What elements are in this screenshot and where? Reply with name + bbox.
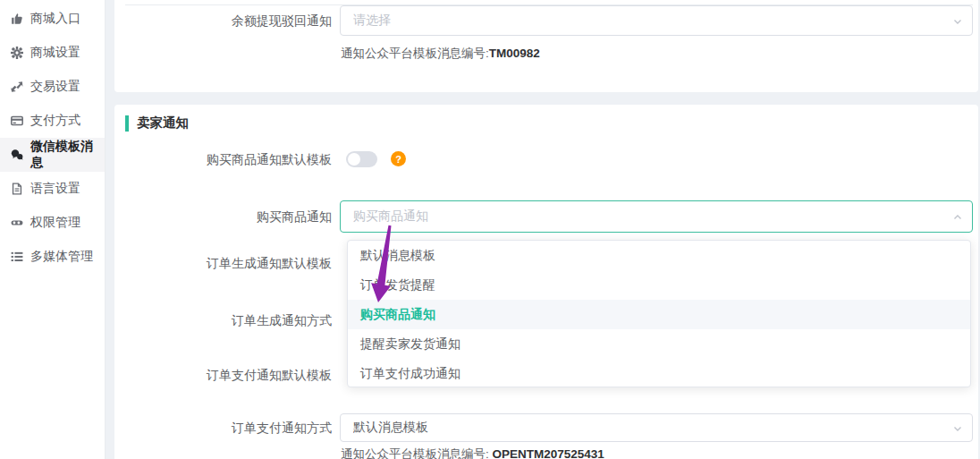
select-placeholder: 请选择 — [353, 13, 947, 29]
dropdown-option-default-template[interactable]: 默认消息模板 — [348, 241, 970, 270]
list-icon — [10, 251, 23, 264]
sidebar-item-wechat-template-messages[interactable]: 微信模板消息 — [0, 138, 105, 172]
sidebar-item-payment-methods[interactable]: 支付方式 — [0, 104, 105, 138]
credit-card-icon — [10, 115, 23, 128]
field-label-order-create-notify-method: 订单生成通知方式 — [116, 311, 332, 329]
document-icon — [10, 183, 23, 196]
gear-icon — [10, 47, 23, 60]
sidebar-item-label: 支付方式 — [30, 113, 80, 129]
section-accent-bar — [125, 115, 129, 132]
field-label-buy-notify-default-template: 购买商品通知默认模板 — [116, 150, 332, 168]
sidebar-item-multimedia-management[interactable]: 多媒体管理 — [0, 240, 105, 274]
help-icon[interactable]: ? — [391, 151, 406, 166]
sidebar-item-label: 交易设置 — [30, 79, 80, 95]
sidebar-item-language-settings[interactable]: 语言设置 — [0, 172, 105, 206]
dropdown-option-order-pay-success[interactable]: 订单支付成功通知 — [348, 359, 970, 387]
sidebar: 商城入口 商城设置 交易设置 支付方式 微信模板消息 语言设置 权限管理 — [0, 0, 106, 459]
chevron-down-icon — [952, 422, 963, 433]
sidebar-item-mall-settings[interactable]: 商城设置 — [0, 36, 105, 70]
sidebar-item-transaction-settings[interactable]: 交易设置 — [0, 70, 105, 104]
field-label-balance-withdraw-reject: 余额提现驳回通知 — [116, 12, 332, 30]
sidebar-item-permission-management[interactable]: 权限管理 — [0, 206, 105, 240]
helper-prefix: 通知公众平台模板消息编号: — [341, 447, 493, 459]
chat-bubbles-icon — [10, 149, 23, 162]
sidebar-item-label: 商城设置 — [30, 45, 80, 61]
sidebar-item-label: 微信模板消息 — [30, 139, 105, 171]
select-value: 默认消息模板 — [353, 420, 947, 436]
dropdown-option-buy-notify-selected[interactable]: 购买商品通知 — [348, 300, 970, 329]
arrows-icon — [10, 81, 23, 94]
default-template-toggle[interactable] — [346, 151, 377, 167]
toggle-knob — [348, 153, 360, 166]
thumb-up-icon — [10, 13, 23, 26]
helper-code: TM00982 — [489, 47, 540, 60]
template-code-helper: 通知公众平台模板消息编号:TM00982 — [341, 46, 540, 62]
dropdown-option-remind-seller-ship[interactable]: 提醒卖家发货通知 — [348, 329, 970, 359]
balance-withdraw-reject-select[interactable]: 请选择 — [340, 5, 973, 36]
field-label-order-create-default-template: 订单生成通知默认模板 — [116, 254, 332, 272]
chevron-up-icon — [952, 211, 963, 222]
order-pay-notify-method-select[interactable]: 默认消息模板 — [340, 413, 973, 442]
select-value: 购买商品通知 — [353, 208, 947, 225]
dropdown-option-order-ship-remind[interactable]: 订单发货提醒 — [348, 270, 970, 300]
section-title: 卖家通知 — [137, 115, 189, 132]
sidebar-item-label: 多媒体管理 — [30, 249, 93, 265]
buy-notify-dropdown: 默认消息模板 订单发货提醒 购买商品通知 提醒卖家发货通知 订单支付成功通知 — [347, 240, 971, 387]
section-header-seller-notify: 卖家通知 — [125, 115, 189, 132]
helper-prefix: 通知公众平台模板消息编号: — [341, 47, 489, 60]
field-label-order-pay-notify-method: 订单支付通知方式 — [116, 419, 332, 437]
helper-code: OPENTM207525431 — [493, 447, 604, 459]
sidebar-item-label: 商城入口 — [30, 11, 80, 27]
buy-notify-select[interactable]: 购买商品通知 — [340, 200, 973, 233]
field-label-order-pay-default-template: 订单支付通知默认模板 — [116, 366, 332, 384]
field-label-buy-notify: 购买商品通知 — [116, 208, 332, 225]
key-icon — [10, 217, 23, 230]
template-code-helper-bottom: 通知公众平台模板消息编号: OPENTM207525431 — [341, 446, 604, 459]
sidebar-item-label: 语言设置 — [30, 181, 80, 197]
chevron-down-icon — [952, 15, 963, 26]
sidebar-item-label: 权限管理 — [30, 215, 80, 231]
sidebar-item-mall-entrance[interactable]: 商城入口 — [0, 2, 105, 36]
